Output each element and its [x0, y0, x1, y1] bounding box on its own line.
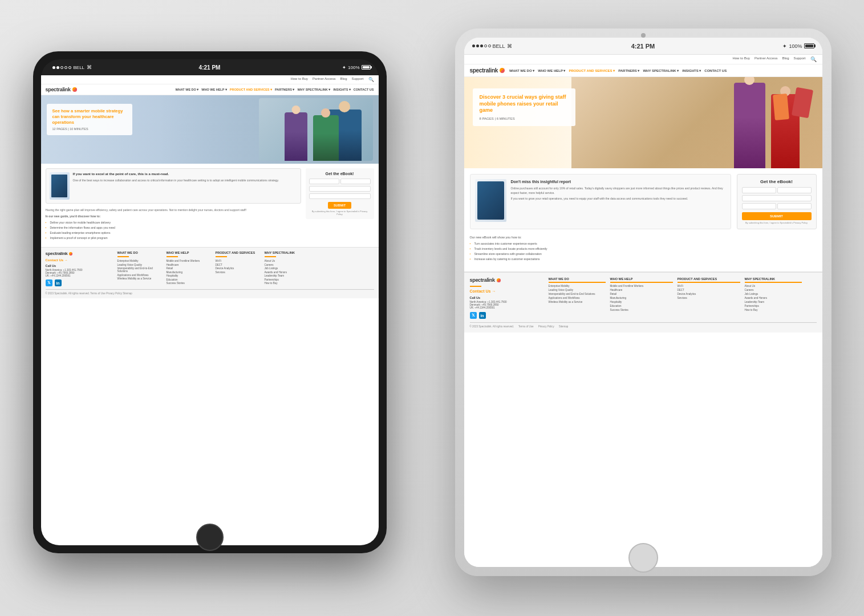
- footer-wifi-dark[interactable]: Wi-Fi: [216, 260, 261, 262]
- nav-product-white[interactable]: PRODUCT AND SERVICES ▾: [569, 68, 615, 72]
- footer-manufacturing-dark[interactable]: Manufacturing: [167, 271, 212, 274]
- twitter-icon-dark[interactable]: 𝕏: [46, 279, 52, 286]
- footer-leadership-dark[interactable]: Leadership Team: [265, 274, 310, 277]
- footer-retail-dark[interactable]: Retail: [167, 267, 212, 270]
- footer-wifi-white[interactable]: Wi-Fi: [678, 285, 740, 287]
- nav-partners-dark[interactable]: PARTNERS ▾: [275, 88, 294, 91]
- logo-white[interactable]: spectralink: [470, 67, 505, 74]
- support-white[interactable]: Support: [793, 56, 805, 62]
- footer-jobs-dark[interactable]: Job Listings: [265, 267, 310, 270]
- footer-why-white: WHY SPECTRALINK About Us Careers Job Lis…: [745, 277, 802, 319]
- sitemap-white[interactable]: Sitemap: [559, 325, 569, 328]
- contact-us-white[interactable]: Contact Us →: [470, 289, 544, 293]
- footer-hospitality-dark[interactable]: Hospitality: [167, 274, 212, 277]
- footer-apps-white[interactable]: Applications and Workflows: [549, 297, 606, 299]
- blog-dark[interactable]: Blog: [340, 77, 347, 82]
- footer-careers-white[interactable]: Careers: [745, 289, 802, 291]
- nav-what-we-do-dark[interactable]: WHAT WE DO ▾: [176, 88, 199, 91]
- nav-why-white[interactable]: WHY SPECTRALINK ▾: [643, 68, 679, 72]
- footer-partnerships-dark[interactable]: Partnerships: [265, 278, 310, 281]
- footer-success-white[interactable]: Success Stories: [610, 309, 673, 311]
- footer-what-dark: WHAT WE DO Enterprise Mobility Leading V…: [117, 251, 163, 286]
- first-name-field-white[interactable]: [742, 187, 776, 193]
- privacy-white[interactable]: Privacy Policy: [538, 325, 554, 328]
- footer-apps-dark[interactable]: Applications and Workflows: [117, 274, 163, 277]
- footer-hospitality-white[interactable]: Hospitality: [610, 301, 673, 303]
- footer-wireless-dark[interactable]: Wireless Mobility as a Service: [117, 277, 163, 280]
- footer-services-white[interactable]: Services: [678, 297, 740, 299]
- logo-dark[interactable]: spectralink: [46, 87, 77, 92]
- footer-success-dark[interactable]: Success Stories: [167, 282, 212, 285]
- terms-white[interactable]: Terms of Use: [518, 325, 534, 328]
- footer-healthcare-white[interactable]: Healthcare: [610, 289, 673, 291]
- footer-careers-dark[interactable]: Careers: [265, 264, 310, 266]
- partner-access-dark[interactable]: Partner Access: [313, 77, 335, 82]
- company-field-white[interactable]: [742, 203, 776, 209]
- footer-dect-white[interactable]: DECT: [678, 289, 740, 291]
- search-icon-dark[interactable]: 🔍: [368, 77, 374, 82]
- logo-text-dark: spectralink: [46, 87, 71, 92]
- footer-enterprise-dark[interactable]: Enterprise Mobility: [117, 260, 163, 262]
- search-icon-white[interactable]: 🔍: [810, 56, 817, 62]
- footer-about-white[interactable]: About Us: [745, 285, 802, 287]
- nav-product-services-dark[interactable]: PRODUCT AND SERVICES ▾: [230, 88, 272, 91]
- footer-analytics-white[interactable]: Device Analytics: [678, 293, 740, 295]
- footer-awards-dark[interactable]: Awards and Honors: [265, 271, 310, 274]
- footer-awards-white[interactable]: Awards and Honors: [745, 297, 802, 299]
- terms-dark[interactable]: Terms of Use: [90, 292, 106, 295]
- footer-healthcare-dark[interactable]: Healthcare: [167, 264, 212, 266]
- footer-enterprise-white[interactable]: Enterprise Mobility: [549, 285, 606, 287]
- phone-field-white[interactable]: [777, 203, 812, 209]
- footer-dect-dark[interactable]: DECT: [216, 264, 261, 266]
- partner-access-white[interactable]: Partner Access: [755, 56, 777, 62]
- how-to-buy-dark[interactable]: How to Buy: [290, 77, 308, 82]
- footer-howtobuy-dark[interactable]: How to Buy: [265, 282, 310, 285]
- footer-manufacturing-white[interactable]: Manufacturing: [610, 297, 673, 299]
- contact-us-dark[interactable]: Contact Us →: [46, 258, 114, 262]
- footer-partnerships-white[interactable]: Partnerships: [745, 305, 802, 307]
- last-name-field-white[interactable]: [777, 187, 812, 193]
- footer-mobile-dark[interactable]: Mobile and Frontline Workers: [167, 260, 212, 262]
- footer-services-dark[interactable]: Services: [216, 271, 261, 274]
- company-field-dark[interactable]: [309, 193, 371, 199]
- submit-btn-dark[interactable]: SUBMIT: [328, 202, 351, 209]
- privacy-dark[interactable]: Privacy Policy: [106, 292, 122, 295]
- nav-insights-dark[interactable]: INSIGHTS ▾: [333, 88, 351, 91]
- footer-leadership-white[interactable]: Leadership Team: [745, 301, 802, 303]
- footer-jobs-white[interactable]: Job Listings: [745, 293, 802, 295]
- footer-mobile-white[interactable]: Mobile and Frontline Workers: [610, 285, 673, 287]
- sitemap-dark[interactable]: Sitemap: [123, 292, 132, 295]
- email-field-white[interactable]: [742, 195, 812, 201]
- nav-why-dark[interactable]: WHY SPECTRALINK ▾: [297, 88, 330, 91]
- footer-wireless-white[interactable]: Wireless Mobility as a Service: [549, 301, 606, 303]
- nav-contact-dark[interactable]: CONTACT US: [354, 88, 374, 91]
- submit-btn-white[interactable]: SUBMIT: [742, 212, 812, 220]
- nav-insights-white[interactable]: INSIGHTS ▾: [682, 68, 701, 72]
- nav-contact-white[interactable]: CONTACT US: [704, 69, 727, 72]
- footer-education-white[interactable]: Education: [610, 305, 673, 307]
- footer-interop-white[interactable]: Interoperability and End-to-End Solution…: [549, 293, 606, 295]
- nav-who-we-help-dark[interactable]: WHO WE HELP ▾: [201, 88, 226, 91]
- nav-what-white[interactable]: WHAT WE DO ▾: [509, 68, 534, 72]
- footer-about-dark[interactable]: About Us: [265, 260, 310, 262]
- home-button-white[interactable]: [628, 543, 658, 573]
- footer-analytics-dark[interactable]: Device Analytics: [216, 267, 261, 270]
- how-to-buy-white[interactable]: How to Buy: [732, 56, 750, 62]
- footer-voice-dark[interactable]: Leading Voice Quality: [117, 264, 163, 266]
- twitter-icon-white[interactable]: 𝕏: [470, 312, 477, 319]
- email-field-dark[interactable]: [309, 186, 371, 192]
- home-button-dark[interactable]: [196, 524, 224, 551]
- footer-retail-white[interactable]: Retail: [610, 293, 673, 295]
- last-name-field-dark[interactable]: [340, 179, 371, 184]
- first-name-field-dark[interactable]: [309, 179, 339, 184]
- blog-white[interactable]: Blog: [782, 56, 789, 62]
- nav-partners-white[interactable]: PARTNERS ▾: [618, 68, 639, 72]
- footer-education-dark[interactable]: Education: [167, 278, 212, 281]
- nav-who-white[interactable]: WHO WE HELP ▾: [538, 68, 565, 72]
- footer-voice-white[interactable]: Leading Voice Quality: [549, 289, 606, 291]
- footer-howtobuy-white[interactable]: How to Buy: [745, 309, 802, 311]
- support-dark[interactable]: Support: [351, 77, 363, 82]
- footer-interop-dark[interactable]: Interoperability and End-to-End Solution…: [117, 267, 163, 273]
- linkedin-icon-white[interactable]: in: [479, 312, 486, 319]
- linkedin-icon-dark[interactable]: in: [55, 279, 62, 286]
